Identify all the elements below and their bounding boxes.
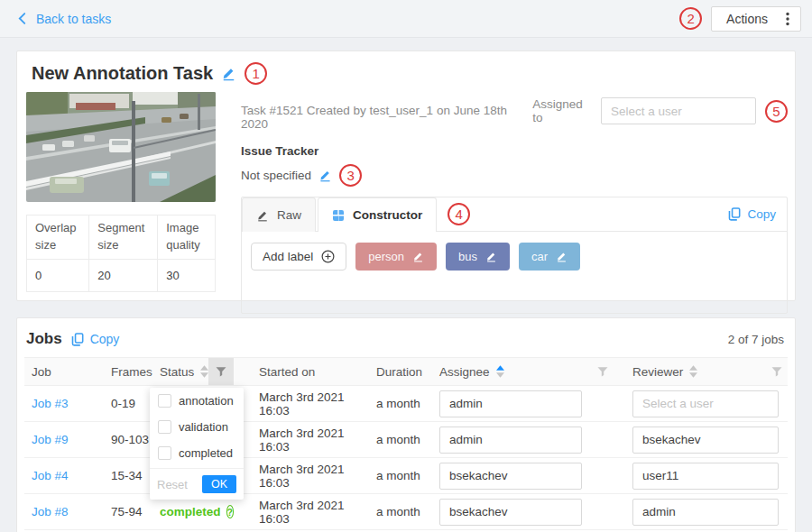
task-meta-text: Task #1521 Created by test_user_1 on Jun…	[241, 97, 532, 131]
job-9-link[interactable]: Job #9	[32, 433, 69, 446]
assigned-to-label: Assigned to	[532, 97, 592, 124]
annotation-marker-1: 1	[245, 62, 267, 85]
job-3-frames: 0-19	[104, 397, 152, 410]
edit-task-name-icon[interactable]	[221, 66, 236, 81]
label-chip-person[interactable]: person	[355, 243, 437, 271]
task-title: New Annotation Task	[32, 63, 213, 84]
param-value-overlap: 0	[27, 259, 89, 291]
job-9-assignee-input[interactable]	[439, 427, 582, 454]
job-8-reviewer-input[interactable]	[632, 499, 779, 526]
jobs-copy-link[interactable]: Copy	[71, 332, 120, 346]
sort-icon-assignee-ascending[interactable]	[496, 365, 504, 378]
label-bus-name: bus	[458, 250, 477, 263]
sort-icon-status[interactable]	[200, 365, 208, 378]
add-label-button[interactable]: Add label	[251, 243, 346, 271]
column-header-status[interactable]: Status	[152, 358, 208, 385]
job-row-9: Job #9 90-103 March 3rd 2021 16:03 a mon…	[24, 422, 788, 458]
filter-option-validation[interactable]: validation	[150, 414, 244, 440]
job-9-reviewer-input[interactable]	[632, 427, 779, 454]
filter-ok-button[interactable]: OK	[202, 475, 236, 493]
job-4-reviewer-input[interactable]	[632, 463, 779, 490]
column-header-reviewer[interactable]: Reviewer	[622, 358, 766, 385]
job-8-assignee-input[interactable]	[439, 499, 582, 526]
top-bar: Back to tasks 2 Actions	[0, 0, 812, 38]
job-3-link[interactable]: Job #3	[32, 397, 69, 410]
column-header-duration: Duration	[376, 358, 439, 385]
tab-constructor[interactable]: Constructor	[318, 197, 437, 232]
filter-option-validation-label: validation	[179, 420, 228, 434]
column-header-started-on: Started on	[234, 358, 376, 385]
param-value-quality: 30	[158, 259, 216, 291]
label-car-name: car	[531, 250, 548, 263]
filter-option-annotation[interactable]: annotation	[150, 388, 244, 414]
issue-tracker-value: Not specified	[241, 169, 311, 182]
job-4-assignee-input[interactable]	[439, 463, 582, 490]
labels-copy-link[interactable]: Copy	[728, 207, 787, 221]
task-details-card: New Annotation Task 1	[16, 50, 796, 301]
actions-label: Actions	[726, 12, 768, 26]
job-8-frames: 75-94	[104, 505, 152, 518]
labels-copy-label: Copy	[747, 207, 776, 221]
param-header-overlap: Overlap size	[27, 216, 89, 260]
annotation-marker-3: 3	[339, 164, 362, 187]
label-chip-bus[interactable]: bus	[446, 243, 510, 271]
labels-editor: Raw Constructor 4 Copy	[241, 197, 788, 314]
filter-option-completed[interactable]: completed	[150, 440, 244, 466]
job-8-started: March 3rd 2021 16:03	[234, 499, 376, 526]
param-header-quality: Image quality	[158, 216, 216, 260]
chevron-left-icon	[16, 13, 28, 24]
job-9-frames: 90-103	[104, 433, 152, 446]
constructor-blocks-icon	[332, 209, 345, 222]
task-preview-image	[26, 92, 216, 202]
job-3-duration: a month	[376, 397, 439, 410]
task-parameters-table: Overlap size Segment size Image quality …	[26, 215, 216, 292]
tab-raw[interactable]: Raw	[242, 197, 316, 232]
filter-icon-reviewer[interactable]	[766, 358, 788, 385]
question-circle-icon[interactable]	[226, 505, 234, 518]
pencil-icon	[256, 209, 269, 222]
job-4-duration: a month	[376, 469, 439, 482]
filter-option-annotation-label: annotation	[179, 394, 234, 408]
plus-circle-icon	[321, 250, 335, 263]
filter-reset-button[interactable]: Reset	[157, 478, 188, 491]
edit-label-icon[interactable]	[485, 251, 497, 262]
tab-constructor-label: Constructor	[353, 208, 422, 222]
filter-icon-status[interactable]	[208, 358, 234, 385]
param-value-segment: 20	[89, 259, 158, 291]
edit-label-icon[interactable]	[556, 251, 567, 262]
job-8-link[interactable]: Job #8	[32, 505, 69, 518]
label-person-name: person	[368, 250, 404, 263]
filter-option-completed-label: completed	[179, 446, 233, 460]
edit-label-icon[interactable]	[412, 251, 424, 262]
issue-tracker-label: Issue Tracker	[241, 144, 788, 158]
jobs-count: 2 of 7 jobs	[728, 333, 784, 346]
back-to-tasks-link[interactable]: Back to tasks	[16, 12, 111, 26]
jobs-title: Jobs	[26, 330, 62, 348]
filter-icon-assignee[interactable]	[584, 358, 622, 385]
assigned-to-input[interactable]	[601, 97, 756, 124]
copy-icon	[728, 207, 741, 221]
jobs-card: Jobs Copy 2 of 7 jobs Job Frames Status …	[16, 317, 796, 532]
copy-icon	[71, 333, 84, 346]
column-header-job: Job	[24, 358, 104, 385]
job-4-link[interactable]: Job #4	[32, 469, 69, 482]
status-filter-dropdown: annotation validation completed Reset OK	[150, 388, 244, 500]
job-3-started: March 3rd 2021 16:03	[234, 390, 376, 417]
add-label-text: Add label	[263, 250, 313, 263]
job-3-reviewer-input[interactable]	[632, 390, 779, 417]
job-9-duration: a month	[376, 433, 439, 446]
checkbox-validation[interactable]	[158, 420, 171, 434]
actions-button[interactable]: Actions	[711, 6, 801, 32]
checkbox-annotation[interactable]	[158, 394, 171, 408]
label-chip-car[interactable]: car	[519, 243, 580, 271]
jobs-table-header: Job Frames Status Started on Duration As…	[24, 357, 788, 386]
checkbox-completed[interactable]	[158, 446, 171, 460]
annotation-marker-2: 2	[679, 7, 702, 30]
column-header-assignee[interactable]: Assignee	[439, 358, 584, 385]
sort-icon-reviewer[interactable]	[689, 365, 697, 378]
job-9-started: March 3rd 2021 16:03	[234, 427, 376, 454]
more-vertical-icon[interactable]	[786, 12, 789, 26]
edit-issue-tracker-icon[interactable]	[318, 169, 332, 182]
job-3-assignee-input[interactable]	[439, 390, 582, 417]
annotation-marker-5: 5	[765, 100, 788, 123]
